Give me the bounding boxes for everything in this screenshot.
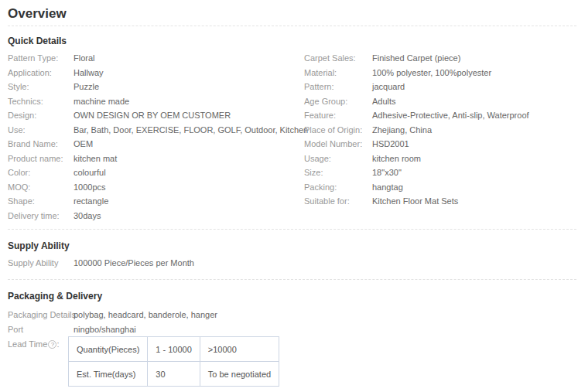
- detail-value: Kitchen Floor Mat Sets: [372, 194, 458, 209]
- detail-label: Model Number:: [304, 137, 372, 152]
- detail-label: Use:: [8, 123, 74, 138]
- detail-value: Hallway: [74, 66, 104, 80]
- supply-ability-row: Supply Ability 100000 Piece/Pieces per M…: [8, 257, 576, 269]
- detail-label: Product name:: [8, 152, 74, 166]
- lead-time-table: Quantity(Pieces) 1 - 10000 >10000 Est. T…: [68, 336, 279, 387]
- lead-time-table-quantity-row: Quantity(Pieces) 1 - 10000 >10000: [69, 337, 279, 362]
- detail-label: Pattern:: [304, 80, 372, 94]
- detail-row-suitable-for: Suitable for:Kitchen Floor Mat Sets: [304, 194, 576, 209]
- detail-label: Size:: [304, 165, 372, 180]
- detail-value: Puzzle: [74, 80, 99, 94]
- detail-label: Suitable for:: [304, 194, 372, 209]
- detail-label: Brand Name:: [8, 137, 74, 152]
- detail-label: Style:: [8, 80, 74, 94]
- detail-value: hangtag: [372, 180, 403, 195]
- lead-time-label: Lead Time?:: [8, 336, 68, 350]
- packaging-delivery-section: Packaging & Delivery Packaging Details p…: [8, 291, 576, 387]
- detail-value: Adults: [372, 94, 396, 109]
- detail-row-product-name: Product name:kitchen mat: [8, 152, 304, 166]
- table-cell-quantity-range-1: 1 - 10000: [148, 337, 200, 362]
- detail-value: kitchen room: [372, 152, 421, 166]
- detail-value: 1000pcs: [74, 180, 106, 195]
- detail-row-delivery-time: Delivery time:30days: [8, 209, 304, 223]
- packaging-delivery-heading: Packaging & Delivery: [8, 291, 576, 302]
- detail-value: 100% polyester, 100%polyester: [372, 66, 491, 80]
- detail-row-brand-name: Brand Name:OEM: [8, 137, 304, 152]
- detail-label: Place of Origin:: [304, 123, 372, 138]
- detail-label: Material:: [304, 66, 372, 80]
- detail-label: Packing:: [304, 180, 372, 195]
- detail-value: 30days: [74, 209, 101, 223]
- table-cell-quantity-header: Quantity(Pieces): [69, 337, 148, 362]
- detail-label: Usage:: [304, 152, 372, 166]
- page-title: Overview: [8, 0, 576, 23]
- detail-row-design: Design:OWN DESIGN OR BY OEM CUSTOMER: [8, 108, 304, 123]
- detail-row-feature: Feature:Adhesive-Protective, Anti-slip, …: [304, 108, 576, 123]
- detail-row-carpet-sales: Carpet Sales:Finished Carpet (piece): [304, 51, 576, 66]
- detail-row-moq: MOQ:1000pcs: [8, 180, 304, 195]
- detail-label: Delivery time:: [8, 209, 74, 223]
- packaging-details-label: Packaging Details: [8, 308, 74, 322]
- table-cell-est-time-2: To be negotiated: [200, 362, 279, 387]
- supply-ability-heading: Supply Ability: [8, 240, 576, 252]
- quick-details-right-column: Carpet Sales:Finished Carpet (piece) Mat…: [304, 51, 576, 223]
- detail-row-size: Size:18"x30": [304, 165, 576, 180]
- detail-value: jacquard: [372, 80, 405, 94]
- detail-row-color: Color:colourful: [8, 165, 304, 180]
- detail-row-style: Style:Puzzle: [8, 80, 304, 94]
- detail-value: Adhesive-Protective, Anti-slip, Waterpro…: [372, 108, 529, 123]
- supply-ability-label: Supply Ability: [8, 257, 74, 269]
- detail-row-usage: Usage:kitchen room: [304, 152, 576, 166]
- detail-label: Age Group:: [304, 94, 372, 109]
- detail-row-model-number: Model Number:HSD2001: [304, 137, 576, 152]
- detail-row-shape: Shape:rectangle: [8, 194, 304, 209]
- detail-row-technics: Technics:machine made: [8, 94, 304, 109]
- detail-value: Floral: [74, 51, 95, 66]
- detail-row-place-of-origin: Place of Origin:Zhejiang, China: [304, 123, 576, 138]
- detail-label: Application:: [8, 66, 74, 80]
- port-label: Port: [8, 322, 74, 337]
- lead-time-table-est-time-row: Est. Time(days) 30 To be negotiated: [69, 362, 279, 387]
- lead-time-colon: :: [56, 339, 59, 349]
- detail-value: HSD2001: [372, 137, 409, 152]
- detail-value: colourful: [74, 165, 106, 180]
- product-overview-page: Overview Quick Details Pattern Type:Flor…: [0, 0, 578, 392]
- lead-time-label-text: Lead Time: [8, 339, 47, 349]
- detail-label: Feature:: [304, 108, 372, 123]
- detail-value: Bar, Bath, Door, EXERCISE, FLOOR, GOLF, …: [74, 123, 308, 138]
- detail-label: Color:: [8, 165, 74, 180]
- detail-label: Shape:: [8, 194, 74, 209]
- detail-row-age-group: Age Group:Adults: [304, 94, 576, 109]
- packaging-rows: Packaging Details polybag, headcard, ban…: [8, 308, 576, 387]
- section-divider: [8, 229, 576, 230]
- table-cell-est-time-header: Est. Time(days): [69, 362, 148, 387]
- table-cell-quantity-range-2: >10000: [200, 337, 279, 362]
- detail-row-pattern: Pattern:jacquard: [304, 80, 576, 94]
- packaging-details-value: polybag, headcard, banderole, hanger: [74, 308, 217, 322]
- detail-value: OEM: [74, 137, 93, 152]
- detail-label: Design:: [8, 108, 74, 123]
- quick-details-section: Quick Details Pattern Type:Floral Applic…: [8, 36, 576, 223]
- detail-value: OWN DESIGN OR BY OEM CUSTOMER: [74, 108, 231, 123]
- detail-value: Zhejiang, China: [372, 123, 432, 138]
- port-row: Port ningbo/shanghai: [8, 322, 576, 337]
- quick-details-heading: Quick Details: [8, 36, 576, 47]
- detail-label: MOQ:: [8, 180, 74, 195]
- packaging-details-row: Packaging Details polybag, headcard, ban…: [8, 308, 576, 322]
- section-divider: [8, 279, 576, 280]
- quick-details-left-column: Pattern Type:Floral Application:Hallway …: [8, 51, 304, 223]
- quick-details-grid: Pattern Type:Floral Application:Hallway …: [8, 51, 576, 223]
- supply-ability-value: 100000 Piece/Pieces per Month: [74, 257, 194, 269]
- detail-row-material: Material:100% polyester, 100%polyester: [304, 66, 576, 80]
- detail-value: kitchen mat: [74, 152, 117, 166]
- detail-label: Pattern Type:: [8, 51, 74, 66]
- detail-value: rectangle: [74, 194, 108, 209]
- detail-row-pattern-type: Pattern Type:Floral: [8, 51, 304, 66]
- help-question-icon[interactable]: ?: [48, 340, 56, 349]
- port-value: ningbo/shanghai: [74, 322, 136, 337]
- detail-row-use: Use:Bar, Bath, Door, EXERCISE, FLOOR, GO…: [8, 123, 304, 138]
- lead-time-row: Lead Time?: Quantity(Pieces) 1 - 10000 >…: [8, 336, 576, 387]
- detail-value: machine made: [74, 94, 129, 109]
- detail-label: Technics:: [8, 94, 74, 109]
- detail-value: Finished Carpet (piece): [372, 51, 460, 66]
